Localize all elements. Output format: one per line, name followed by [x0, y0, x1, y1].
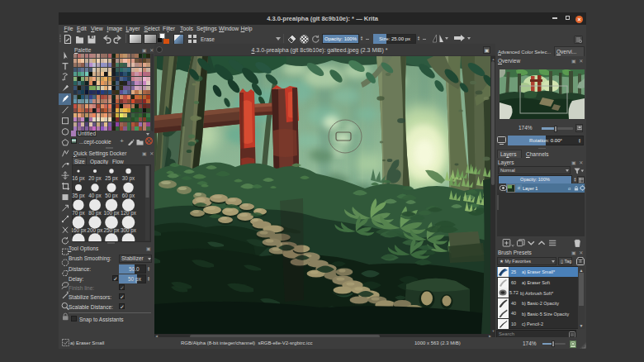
svg-text:35 px: 35 px	[72, 193, 85, 199]
svg-text:250 px: 250 px	[104, 227, 121, 234]
svg-text:20 px: 20 px	[88, 175, 102, 182]
svg-text:25 px: 25 px	[105, 175, 118, 182]
svg-text:300 px: 300 px	[121, 227, 137, 234]
svg-text:70 px: 70 px	[72, 210, 85, 217]
svg-text:50 px: 50 px	[105, 193, 118, 199]
svg-text:160 px: 160 px	[72, 227, 87, 234]
svg-text:30 px: 30 px	[122, 175, 135, 182]
svg-text:16 px: 16 px	[72, 175, 85, 182]
svg-text:80 px: 80 px	[88, 210, 102, 217]
svg-text:120 px: 120 px	[121, 210, 137, 217]
svg-text:40 px: 40 px	[88, 193, 102, 199]
svg-text:100 px: 100 px	[104, 210, 121, 217]
svg-text:200 px: 200 px	[88, 227, 104, 234]
svg-text:60 px: 60 px	[122, 193, 135, 199]
